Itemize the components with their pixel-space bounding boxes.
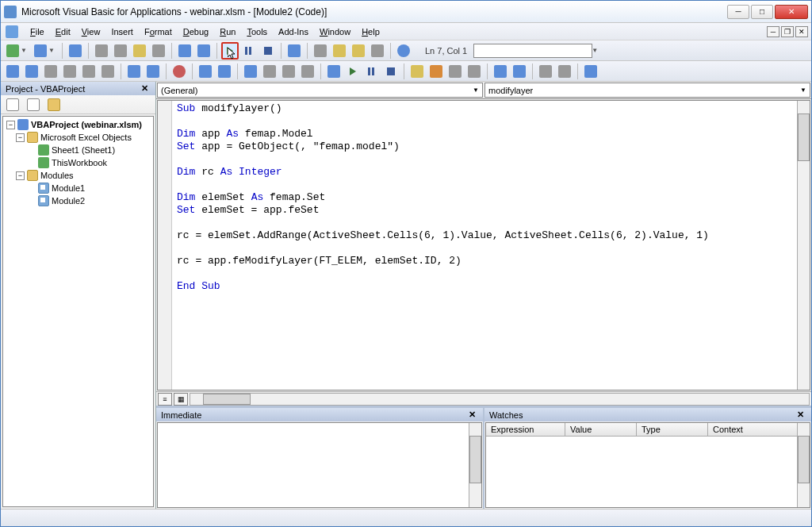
menu-run[interactable]: Run xyxy=(214,25,241,38)
view-excel-dropdown[interactable]: ▼ xyxy=(21,47,30,54)
redo-button[interactable] xyxy=(195,42,213,60)
maximize-button[interactable]: □ xyxy=(751,5,773,19)
watches-vscroll[interactable] xyxy=(797,423,810,507)
clear-bookmarks-button[interactable] xyxy=(299,63,316,80)
scroll-thumb[interactable] xyxy=(798,113,810,161)
paste-button[interactable] xyxy=(131,42,148,60)
tree-module1[interactable]: Module1 xyxy=(5,182,151,194)
toggle-folders-button[interactable] xyxy=(45,96,63,113)
tb2-d4[interactable] xyxy=(382,63,400,80)
comment-button[interactable] xyxy=(197,63,214,80)
procedure-dropdown[interactable]: modifylayer ▼ xyxy=(485,83,810,98)
uncomment-button[interactable] xyxy=(216,63,233,80)
immediate-close[interactable]: ✕ xyxy=(466,410,478,420)
procedure-view-button[interactable]: ≡ xyxy=(158,393,172,406)
watches-body[interactable]: Expression Value Type Context xyxy=(485,422,810,508)
tree-root[interactable]: − VBAProject (webinar.xlsm) xyxy=(5,118,151,131)
expand-icon[interactable]: − xyxy=(6,121,15,129)
find-button[interactable] xyxy=(150,42,167,60)
tb2-f2[interactable] xyxy=(511,63,528,80)
tb2-e1[interactable] xyxy=(408,63,426,80)
toolbox-button[interactable] xyxy=(369,42,386,60)
tb2-5[interactable] xyxy=(80,63,98,80)
tb2-e4[interactable] xyxy=(465,63,483,80)
col-context[interactable]: Context xyxy=(708,423,810,436)
tree-thisworkbook[interactable]: ThisWorkbook xyxy=(5,156,151,169)
immediate-vscroll[interactable] xyxy=(469,423,481,507)
menu-addins[interactable]: Add-Ins xyxy=(273,25,314,38)
cut-button[interactable] xyxy=(93,42,110,60)
toolbar-combo[interactable] xyxy=(473,44,592,58)
run-sub-button[interactable] xyxy=(221,42,239,60)
menu-window[interactable]: Window xyxy=(314,25,356,38)
mdi-close[interactable]: ✕ xyxy=(795,26,808,37)
full-module-view-button[interactable]: ▦ xyxy=(174,393,188,406)
expand-icon[interactable]: − xyxy=(16,171,25,180)
bookmark-button[interactable] xyxy=(242,63,259,80)
menu-tools[interactable]: Tools xyxy=(241,25,273,38)
tb2-f1[interactable] xyxy=(492,63,509,80)
tree-modules[interactable]: − Modules xyxy=(5,169,151,182)
tree-module2[interactable]: Module2 xyxy=(5,194,151,207)
tb2-6[interactable] xyxy=(99,63,117,80)
insert-dropdown[interactable]: ▼ xyxy=(48,47,58,54)
help-button[interactable] xyxy=(395,42,412,60)
menu-view[interactable]: View xyxy=(76,25,106,38)
mdi-restore[interactable]: ❐ xyxy=(781,26,794,37)
tree-excel-objects[interactable]: − Microsoft Excel Objects xyxy=(5,131,151,144)
menu-format[interactable]: Format xyxy=(139,25,178,38)
indent-button[interactable] xyxy=(125,63,143,80)
tb2-e2[interactable] xyxy=(427,63,445,80)
toolbar-combo-dropdown[interactable]: ▼ xyxy=(592,47,601,54)
menu-insert[interactable]: Insert xyxy=(105,25,139,38)
breakpoint-button[interactable] xyxy=(170,63,188,80)
expand-icon[interactable]: − xyxy=(16,133,25,142)
view-code-button[interactable] xyxy=(4,96,21,113)
tb2-h1[interactable] xyxy=(582,63,599,80)
scroll-thumb[interactable] xyxy=(798,436,810,483)
project-explorer-button[interactable] xyxy=(312,42,329,60)
col-value[interactable]: Value xyxy=(565,423,637,436)
tb2-2[interactable] xyxy=(23,63,40,80)
tb2-d3[interactable] xyxy=(363,63,381,80)
tb2-1[interactable] xyxy=(4,63,21,80)
reset-button[interactable] xyxy=(259,42,277,60)
scroll-thumb[interactable] xyxy=(469,436,481,483)
close-button[interactable]: ✕ xyxy=(775,5,808,19)
immediate-body[interactable] xyxy=(157,422,482,508)
tb2-g1[interactable] xyxy=(537,63,554,80)
break-button[interactable] xyxy=(240,42,258,60)
object-browser-button[interactable] xyxy=(350,42,367,60)
menu-file[interactable]: File xyxy=(25,25,50,38)
view-object-button[interactable] xyxy=(25,96,42,113)
tb2-g2[interactable] xyxy=(556,63,573,80)
tb2-e3[interactable] xyxy=(446,63,464,80)
design-mode-button[interactable] xyxy=(285,42,303,60)
save-button[interactable] xyxy=(67,42,84,60)
tb2-d1[interactable] xyxy=(325,63,343,80)
tb2-3[interactable] xyxy=(42,63,59,80)
code-vscroll[interactable] xyxy=(797,101,810,390)
insert-module-button[interactable] xyxy=(32,42,49,60)
menu-debug[interactable]: Debug xyxy=(178,25,214,38)
tb2-4[interactable] xyxy=(61,63,79,80)
scroll-thumb[interactable] xyxy=(203,394,251,405)
col-type[interactable]: Type xyxy=(637,423,708,436)
tree-sheet1[interactable]: Sheet1 (Sheet1) xyxy=(5,144,151,156)
project-tree[interactable]: − VBAProject (webinar.xlsm) − Microsoft … xyxy=(2,116,154,507)
tb2-d2[interactable] xyxy=(344,63,362,80)
copy-button[interactable] xyxy=(112,42,129,60)
view-excel-button[interactable] xyxy=(4,42,21,60)
watches-close[interactable]: ✕ xyxy=(795,410,806,420)
object-dropdown[interactable]: (General) ▼ xyxy=(157,83,483,98)
menu-help[interactable]: Help xyxy=(356,25,385,38)
code-editor[interactable]: Sub modifylayer() Dim app As femap.Model… xyxy=(172,101,797,390)
prev-bookmark-button[interactable] xyxy=(280,63,297,80)
mdi-minimize[interactable]: ─ xyxy=(767,26,779,37)
code-hscroll[interactable] xyxy=(190,393,810,406)
properties-button[interactable] xyxy=(331,42,348,60)
project-panel-close[interactable]: ✕ xyxy=(139,83,151,94)
minimize-button[interactable]: ─ xyxy=(727,5,749,19)
outdent-button[interactable] xyxy=(144,63,162,80)
undo-button[interactable] xyxy=(176,42,193,60)
